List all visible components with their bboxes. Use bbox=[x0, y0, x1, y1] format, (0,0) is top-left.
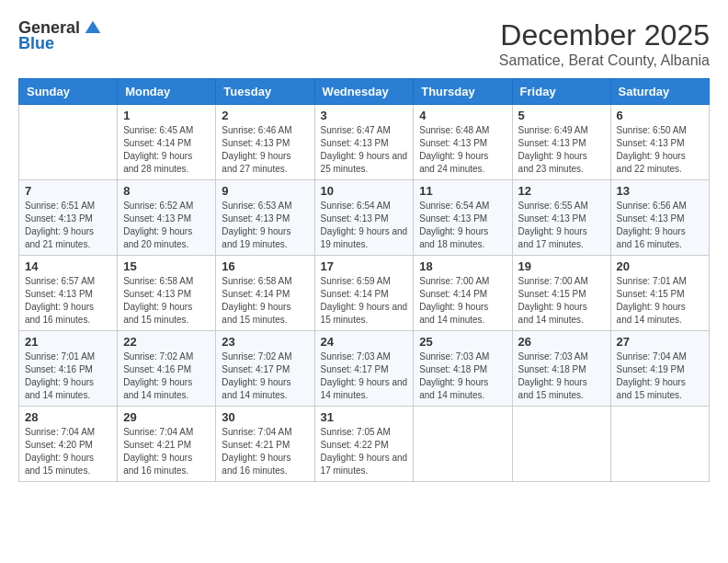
day-info: Sunrise: 6:49 AMSunset: 4:13 PMDaylight:… bbox=[518, 124, 605, 176]
day-info: Sunrise: 7:04 AMSunset: 4:20 PMDaylight:… bbox=[25, 426, 111, 477]
page-header: General Blue December 2025 Samatice, Ber… bbox=[18, 18, 710, 69]
calendar-cell: 23Sunrise: 7:02 AMSunset: 4:17 PMDayligh… bbox=[216, 331, 314, 407]
day-number: 30 bbox=[222, 410, 308, 424]
calendar-cell: 26Sunrise: 7:03 AMSunset: 4:18 PMDayligh… bbox=[512, 331, 610, 407]
day-number: 2 bbox=[222, 109, 308, 122]
weekday-header-row: SundayMondayTuesdayWednesdayThursdayFrid… bbox=[19, 79, 710, 105]
day-number: 29 bbox=[123, 410, 210, 424]
day-number: 11 bbox=[419, 184, 506, 198]
weekday-header-wednesday: Wednesday bbox=[314, 79, 414, 105]
logo-blue-text: Blue bbox=[18, 34, 54, 53]
calendar-cell bbox=[512, 407, 610, 482]
calendar-cell: 11Sunrise: 6:54 AMSunset: 4:13 PMDayligh… bbox=[414, 180, 512, 256]
calendar-cell: 17Sunrise: 6:59 AMSunset: 4:14 PMDayligh… bbox=[314, 256, 414, 331]
calendar-cell: 1Sunrise: 6:45 AMSunset: 4:14 PMDaylight… bbox=[118, 105, 216, 180]
calendar-cell: 28Sunrise: 7:04 AMSunset: 4:20 PMDayligh… bbox=[19, 407, 118, 482]
day-number: 13 bbox=[617, 184, 703, 198]
calendar-cell: 5Sunrise: 6:49 AMSunset: 4:13 PMDaylight… bbox=[512, 105, 610, 180]
day-info: Sunrise: 6:57 AMSunset: 4:13 PMDaylight:… bbox=[25, 275, 111, 327]
day-number: 25 bbox=[419, 335, 506, 349]
page-title: December 2025 bbox=[499, 18, 710, 52]
calendar-cell: 24Sunrise: 7:03 AMSunset: 4:17 PMDayligh… bbox=[314, 331, 414, 407]
day-number: 14 bbox=[25, 259, 111, 273]
weekday-header-tuesday: Tuesday bbox=[216, 79, 314, 105]
day-info: Sunrise: 6:59 AMSunset: 4:14 PMDaylight:… bbox=[321, 275, 408, 327]
calendar-week-row: 14Sunrise: 6:57 AMSunset: 4:13 PMDayligh… bbox=[19, 256, 710, 331]
calendar-cell: 7Sunrise: 6:51 AMSunset: 4:13 PMDaylight… bbox=[19, 180, 118, 256]
calendar-cell: 30Sunrise: 7:04 AMSunset: 4:21 PMDayligh… bbox=[216, 407, 314, 482]
day-info: Sunrise: 6:54 AMSunset: 4:13 PMDaylight:… bbox=[321, 200, 408, 251]
calendar-cell: 3Sunrise: 6:47 AMSunset: 4:13 PMDaylight… bbox=[314, 105, 414, 180]
calendar-cell: 4Sunrise: 6:48 AMSunset: 4:13 PMDaylight… bbox=[414, 105, 512, 180]
day-info: Sunrise: 6:50 AMSunset: 4:13 PMDaylight:… bbox=[617, 124, 703, 176]
day-number: 12 bbox=[518, 184, 605, 198]
day-info: Sunrise: 6:53 AMSunset: 4:13 PMDaylight:… bbox=[222, 200, 308, 251]
day-info: Sunrise: 7:03 AMSunset: 4:17 PMDaylight:… bbox=[321, 350, 408, 402]
calendar-cell: 29Sunrise: 7:04 AMSunset: 4:21 PMDayligh… bbox=[118, 407, 216, 482]
day-number: 15 bbox=[123, 259, 210, 273]
day-info: Sunrise: 7:03 AMSunset: 4:18 PMDaylight:… bbox=[518, 350, 605, 402]
calendar-cell: 31Sunrise: 7:05 AMSunset: 4:22 PMDayligh… bbox=[314, 407, 414, 482]
day-info: Sunrise: 7:03 AMSunset: 4:18 PMDaylight:… bbox=[419, 350, 506, 402]
day-number: 3 bbox=[321, 109, 408, 122]
weekday-header-thursday: Thursday bbox=[414, 79, 512, 105]
calendar-cell: 12Sunrise: 6:55 AMSunset: 4:13 PMDayligh… bbox=[512, 180, 610, 256]
day-info: Sunrise: 7:04 AMSunset: 4:21 PMDaylight:… bbox=[222, 426, 308, 477]
calendar-week-row: 21Sunrise: 7:01 AMSunset: 4:16 PMDayligh… bbox=[19, 331, 710, 407]
weekday-header-friday: Friday bbox=[512, 79, 610, 105]
calendar-cell: 8Sunrise: 6:52 AMSunset: 4:13 PMDaylight… bbox=[118, 180, 216, 256]
day-number: 22 bbox=[123, 335, 210, 349]
day-number: 8 bbox=[123, 184, 210, 198]
day-number: 17 bbox=[321, 259, 408, 273]
day-info: Sunrise: 7:04 AMSunset: 4:19 PMDaylight:… bbox=[617, 350, 703, 402]
calendar-cell: 18Sunrise: 7:00 AMSunset: 4:14 PMDayligh… bbox=[414, 256, 512, 331]
day-info: Sunrise: 7:04 AMSunset: 4:21 PMDaylight:… bbox=[123, 426, 210, 477]
calendar-cell: 14Sunrise: 6:57 AMSunset: 4:13 PMDayligh… bbox=[19, 256, 118, 331]
day-info: Sunrise: 7:05 AMSunset: 4:22 PMDaylight:… bbox=[321, 426, 408, 477]
day-number: 19 bbox=[518, 259, 605, 273]
day-info: Sunrise: 6:46 AMSunset: 4:13 PMDaylight:… bbox=[222, 124, 308, 176]
calendar-cell: 10Sunrise: 6:54 AMSunset: 4:13 PMDayligh… bbox=[314, 180, 414, 256]
day-number: 27 bbox=[617, 335, 703, 349]
calendar-cell bbox=[610, 407, 709, 482]
calendar-cell: 2Sunrise: 6:46 AMSunset: 4:13 PMDaylight… bbox=[216, 105, 314, 180]
calendar-cell: 25Sunrise: 7:03 AMSunset: 4:18 PMDayligh… bbox=[414, 331, 512, 407]
calendar-cell: 6Sunrise: 6:50 AMSunset: 4:13 PMDaylight… bbox=[610, 105, 709, 180]
calendar-cell: 27Sunrise: 7:04 AMSunset: 4:19 PMDayligh… bbox=[610, 331, 709, 407]
day-info: Sunrise: 6:51 AMSunset: 4:13 PMDaylight:… bbox=[25, 200, 111, 251]
calendar-cell bbox=[414, 407, 512, 482]
calendar-cell: 16Sunrise: 6:58 AMSunset: 4:14 PMDayligh… bbox=[216, 256, 314, 331]
logo: General Blue bbox=[18, 18, 102, 53]
calendar-cell: 22Sunrise: 7:02 AMSunset: 4:16 PMDayligh… bbox=[118, 331, 216, 407]
weekday-header-monday: Monday bbox=[118, 79, 216, 105]
day-info: Sunrise: 6:47 AMSunset: 4:13 PMDaylight:… bbox=[321, 124, 408, 176]
day-number: 26 bbox=[518, 335, 605, 349]
logo-icon bbox=[84, 19, 102, 38]
day-number: 7 bbox=[25, 184, 111, 198]
calendar-cell: 13Sunrise: 6:56 AMSunset: 4:13 PMDayligh… bbox=[610, 180, 709, 256]
day-info: Sunrise: 7:01 AMSunset: 4:16 PMDaylight:… bbox=[25, 350, 111, 402]
calendar-week-row: 1Sunrise: 6:45 AMSunset: 4:14 PMDaylight… bbox=[19, 105, 710, 180]
day-number: 24 bbox=[321, 335, 408, 349]
day-info: Sunrise: 7:00 AMSunset: 4:14 PMDaylight:… bbox=[419, 275, 506, 327]
calendar-cell: 19Sunrise: 7:00 AMSunset: 4:15 PMDayligh… bbox=[512, 256, 610, 331]
calendar-cell: 21Sunrise: 7:01 AMSunset: 4:16 PMDayligh… bbox=[19, 331, 118, 407]
day-info: Sunrise: 6:52 AMSunset: 4:13 PMDaylight:… bbox=[123, 200, 210, 251]
weekday-header-sunday: Sunday bbox=[19, 79, 118, 105]
day-number: 16 bbox=[222, 259, 308, 273]
calendar-table: SundayMondayTuesdayWednesdayThursdayFrid… bbox=[18, 78, 710, 482]
weekday-header-saturday: Saturday bbox=[610, 79, 709, 105]
page-subtitle: Samatice, Berat County, Albania bbox=[499, 52, 710, 69]
day-info: Sunrise: 6:58 AMSunset: 4:14 PMDaylight:… bbox=[222, 275, 308, 327]
day-number: 6 bbox=[617, 109, 703, 122]
day-info: Sunrise: 7:02 AMSunset: 4:17 PMDaylight:… bbox=[222, 350, 308, 402]
day-number: 28 bbox=[25, 410, 111, 424]
day-info: Sunrise: 6:56 AMSunset: 4:13 PMDaylight:… bbox=[617, 200, 703, 251]
day-number: 5 bbox=[518, 109, 605, 122]
day-number: 9 bbox=[222, 184, 308, 198]
calendar-week-row: 28Sunrise: 7:04 AMSunset: 4:20 PMDayligh… bbox=[19, 407, 710, 482]
day-info: Sunrise: 6:48 AMSunset: 4:13 PMDaylight:… bbox=[419, 124, 506, 176]
day-number: 1 bbox=[123, 109, 210, 122]
day-info: Sunrise: 7:00 AMSunset: 4:15 PMDaylight:… bbox=[518, 275, 605, 327]
day-number: 10 bbox=[321, 184, 408, 198]
